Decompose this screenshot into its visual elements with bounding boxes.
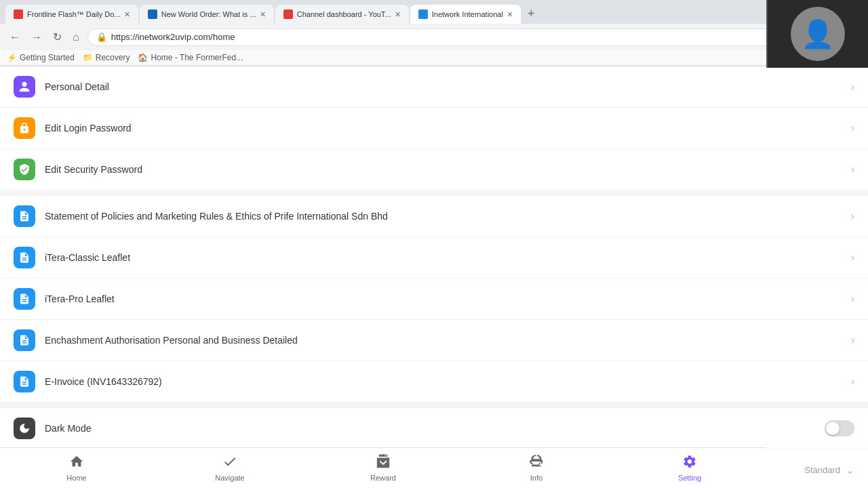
home-nav-icon — [69, 454, 84, 472]
edit-login-right: › — [851, 122, 854, 134]
section-separator-2 — [0, 403, 868, 408]
e-invoice-right: › — [851, 375, 854, 388]
enchashment-right: › — [851, 334, 854, 346]
section-separator-1 — [0, 190, 868, 196]
bookmarks-bar: ⚡ Getting Started 📁 Recovery 🏠 Home - Th… — [0, 50, 868, 66]
tab-favicon — [148, 9, 157, 19]
edit-security-label: Edit Security Password — [45, 164, 851, 175]
tab-title: Channel dashboard - YouT... — [297, 10, 391, 18]
chevron-right-icon: › — [851, 210, 854, 222]
report-type-value: Standard — [804, 465, 840, 475]
lock-icon — [14, 117, 35, 139]
itera-pro-item[interactable]: iTera-Pro Leaflet › — [0, 279, 868, 320]
bookmark-recovery[interactable]: 📁 Recovery — [83, 53, 130, 62]
person-icon — [14, 76, 35, 98]
webcam-person: 👤 — [791, 7, 845, 61]
tab-newworld[interactable]: New World Order: What is ... × — [140, 5, 274, 24]
tab-title: Frontline Flash™ Daily Do... — [27, 10, 121, 18]
doc-icon — [14, 288, 35, 310]
navigate-nav-icon — [222, 454, 237, 472]
bolt-icon: ⚡ — [7, 53, 17, 62]
tab-close[interactable]: × — [125, 9, 130, 20]
nav-info-label: Info — [530, 474, 542, 482]
tab-close[interactable]: × — [395, 9, 401, 20]
url-text: https://inetwork2uvip.com/home — [111, 32, 792, 42]
reload-button[interactable]: ↻ — [50, 28, 64, 46]
tab-favicon — [283, 9, 293, 19]
tab-close[interactable]: × — [260, 9, 266, 20]
personal-detail-right: › — [851, 81, 854, 93]
bookmark-label: Home - The FormerFed... — [151, 53, 243, 62]
bottom-nav: Home Navigate Reward Info Setting — [0, 447, 766, 488]
tab-inetwork[interactable]: Inetwork International × — [410, 5, 521, 24]
tab-youtube[interactable]: Channel dashboard - YouT... × — [275, 5, 409, 24]
chevron-down-icon: ⌄ — [846, 464, 854, 476]
toggle-knob — [826, 422, 840, 435]
itera-pro-label: iTera-Pro Leaflet — [45, 293, 851, 304]
personal-detail-label: Personal Detail — [45, 81, 851, 92]
setting-nav-icon — [682, 454, 697, 472]
folder-icon: 📁 — [83, 53, 93, 62]
chevron-right-icon: › — [851, 334, 854, 346]
chevron-right-icon: › — [851, 375, 854, 388]
address-bar[interactable]: 🔒 https://inetwork2uvip.com/home ☆ — [87, 28, 814, 46]
dark-mode-toggle[interactable] — [825, 420, 854, 436]
e-invoice-label: E-Invoice (INV1643326792) — [45, 376, 851, 387]
tab-title: Inetwork International — [432, 10, 503, 18]
new-tab-button[interactable]: + — [522, 4, 540, 24]
chevron-right-icon: › — [851, 163, 854, 176]
edit-login-label: Edit Login Password — [45, 123, 851, 134]
tab-close[interactable]: × — [507, 9, 513, 20]
edit-security-password-item[interactable]: Edit Security Password › — [0, 149, 868, 190]
itera-classic-right: › — [851, 251, 854, 264]
nav-home-label: Home — [66, 474, 86, 482]
browser-chrome: Frontline Flash™ Daily Do... × New World… — [0, 0, 868, 66]
dark-mode-right[interactable] — [825, 420, 854, 436]
forward-button[interactable]: → — [28, 28, 45, 46]
shield-icon — [14, 159, 35, 180]
moon-icon — [14, 418, 35, 439]
bookmark-label: Getting Started — [20, 53, 75, 62]
chevron-right-icon: › — [851, 81, 854, 93]
chevron-right-icon: › — [851, 122, 854, 134]
nav-navigate[interactable]: Navigate — [153, 448, 307, 488]
edit-login-password-item[interactable]: Edit Login Password › — [0, 108, 868, 149]
doc-icon — [14, 329, 35, 351]
edit-security-right: › — [851, 163, 854, 176]
home-bk-icon: 🏠 — [138, 53, 148, 62]
report-type-right: Standard ⌄ — [804, 464, 854, 476]
tab-bar: Frontline Flash™ Daily Do... × New World… — [0, 0, 868, 24]
statement-right: › — [851, 210, 854, 222]
nav-navigate-label: Navigate — [215, 474, 244, 482]
nav-setting[interactable]: Setting — [613, 448, 766, 488]
bookmark-getting-started[interactable]: ⚡ Getting Started — [7, 53, 75, 62]
chevron-right-icon: › — [851, 251, 854, 264]
bookmark-formerfed[interactable]: 🏠 Home - The FormerFed... — [138, 53, 243, 62]
page-content: Personal Detail › Edit Login Password › … — [0, 66, 868, 481]
tab-frontline[interactable]: Frontline Flash™ Daily Do... × — [5, 5, 138, 24]
statement-policies-label: Statement of Policies and Marketing Rule… — [45, 211, 851, 222]
nav-home[interactable]: Home — [0, 448, 153, 488]
e-invoice-item[interactable]: E-Invoice (INV1643326792) › — [0, 361, 868, 403]
itera-classic-label: iTera-Classic Leaflet — [45, 252, 851, 263]
dark-mode-label: Dark Mode — [45, 423, 825, 434]
address-bar-row: ← → ↻ ⌂ 🔒 https://inetwork2uvip.com/home… — [0, 24, 868, 50]
back-button[interactable]: ← — [7, 28, 23, 46]
doc-icon — [14, 247, 35, 268]
tab-favicon — [14, 9, 23, 19]
enchashment-item[interactable]: Enchashment Authorisation Personal and B… — [0, 320, 868, 361]
nav-setting-label: Setting — [678, 474, 701, 482]
doc-icon — [14, 371, 35, 392]
itera-classic-item[interactable]: iTera-Classic Leaflet › — [0, 237, 868, 279]
nav-reward[interactable]: Reward — [307, 448, 460, 488]
nav-reward-label: Reward — [370, 474, 396, 482]
info-nav-icon — [529, 454, 544, 472]
nav-info[interactable]: Info — [460, 448, 613, 488]
tab-favicon — [418, 9, 428, 19]
doc-icon — [14, 205, 35, 227]
personal-detail-item[interactable]: Personal Detail › — [0, 66, 868, 108]
dark-mode-item[interactable]: Dark Mode — [0, 408, 868, 449]
statement-policies-item[interactable]: Statement of Policies and Marketing Rule… — [0, 196, 868, 237]
home-button[interactable]: ⌂ — [70, 28, 82, 46]
lock-icon: 🔒 — [96, 32, 107, 42]
